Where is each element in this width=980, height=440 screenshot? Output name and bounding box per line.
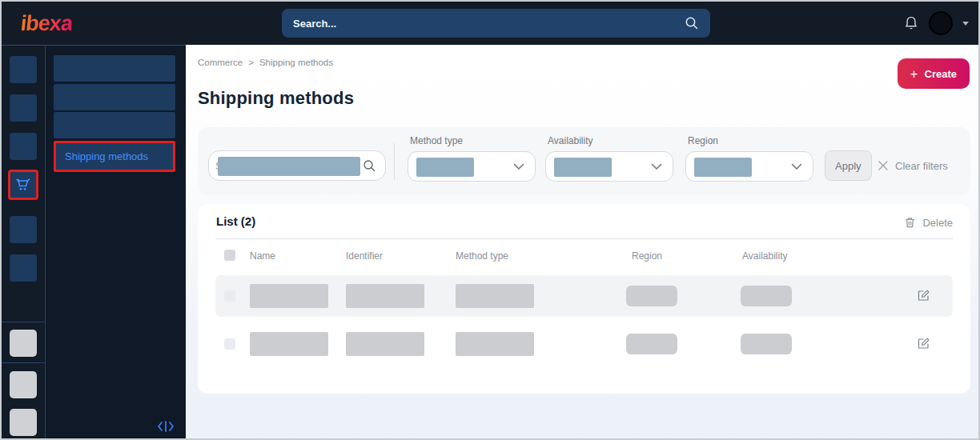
- filter-label: Method type: [410, 135, 536, 146]
- filter-group-method-type: Method type: [408, 135, 536, 182]
- table-row[interactable]: [215, 323, 953, 365]
- breadcrumb-commerce[interactable]: Commerce: [198, 58, 243, 67]
- filters-bar: S Method type: [198, 127, 970, 195]
- sidebar-item-5[interactable]: [10, 216, 37, 243]
- delete-button[interactable]: Delete: [904, 216, 953, 229]
- column-header-identifier: Identifier: [346, 250, 383, 262]
- global-search-input[interactable]: Search...: [282, 9, 710, 38]
- top-bar: ibexa Search...: [2, 2, 978, 45]
- page-title: Shipping methods: [198, 88, 970, 109]
- filter-label: Availability: [548, 135, 673, 146]
- region-cell-placeholder: [626, 286, 677, 306]
- global-search-placeholder: Search...: [293, 18, 336, 30]
- breadcrumb-shipping-methods: Shipping methods: [259, 58, 333, 67]
- filter-search-input[interactable]: S: [208, 150, 386, 181]
- trash-icon: [904, 216, 916, 229]
- create-button-label: Create: [925, 68, 957, 80]
- table-row[interactable]: [215, 275, 953, 317]
- apply-button[interactable]: Apply: [825, 150, 872, 181]
- sidebar-item-commerce[interactable]: [8, 170, 38, 200]
- chevron-down-icon: [651, 163, 662, 170]
- search-icon: [685, 16, 699, 30]
- table-header-row: Name Identifier Method type Region Avail…: [198, 249, 970, 263]
- sidebar-divider-2: [2, 362, 46, 363]
- sidebar-item-1[interactable]: [10, 56, 37, 83]
- column-header-region: Region: [632, 250, 662, 262]
- row-checkbox[interactable]: [224, 338, 235, 350]
- collapse-sidebar-icon[interactable]: [157, 421, 175, 432]
- chevron-down-icon: [513, 163, 524, 170]
- select-value-placeholder-block: [694, 158, 752, 177]
- availability-select[interactable]: [545, 151, 673, 182]
- availability-cell-placeholder: [741, 334, 792, 354]
- menu-item-1[interactable]: [54, 55, 175, 82]
- menu-item-label: Shipping methods: [65, 150, 148, 162]
- clear-filters-label: Clear filters: [895, 160, 948, 172]
- main-content: Commerce > Shipping methods + Create Shi…: [186, 45, 978, 438]
- sidebar-item-6[interactable]: [10, 254, 37, 282]
- filter-divider: [394, 143, 395, 180]
- search-value-placeholder-block: [218, 157, 360, 176]
- menu-item-shipping-methods[interactable]: Shipping methods: [54, 141, 175, 172]
- top-bar-right: [903, 11, 978, 35]
- avatar[interactable]: [929, 11, 953, 35]
- method-type-select[interactable]: [408, 151, 536, 182]
- sidebar-bottom-item-2[interactable]: [10, 371, 37, 398]
- filter-group-availability: Availability: [545, 135, 673, 182]
- availability-cell-placeholder: [741, 286, 792, 306]
- method-type-cell-placeholder: [456, 332, 534, 356]
- app-window: ibexa Search...: [0, 0, 980, 440]
- name-cell-placeholder: [250, 284, 328, 308]
- list-title: List (2): [216, 214, 255, 228]
- clear-filters-button[interactable]: Clear filters: [878, 150, 948, 181]
- menu-item-2[interactable]: [54, 84, 175, 110]
- select-all-checkbox[interactable]: [224, 250, 235, 261]
- bell-icon[interactable]: [903, 15, 919, 31]
- region-select[interactable]: [685, 151, 813, 182]
- region-cell-placeholder: [626, 334, 677, 354]
- sidebar-divider: [2, 322, 46, 322]
- identifier-cell-placeholder: [346, 284, 424, 308]
- column-header-method-type: Method type: [456, 250, 508, 262]
- delete-button-label: Delete: [922, 217, 953, 229]
- column-header-availability: Availability: [742, 250, 787, 262]
- secondary-sidebar: Shipping methods: [46, 45, 186, 438]
- breadcrumb-separator: >: [248, 58, 254, 67]
- caret-down-icon[interactable]: [962, 22, 969, 26]
- sidebar-item-3[interactable]: [10, 133, 37, 160]
- column-header-name: Name: [250, 250, 275, 262]
- edit-icon[interactable]: [917, 337, 930, 350]
- close-icon: [878, 160, 889, 171]
- chevron-down-icon: [791, 163, 802, 170]
- name-cell-placeholder: [250, 332, 328, 356]
- shopping-cart-icon: [14, 176, 32, 194]
- breadcrumb: Commerce > Shipping methods: [198, 58, 970, 67]
- row-checkbox[interactable]: [224, 290, 235, 302]
- filter-label: Region: [688, 135, 813, 146]
- identifier-cell-placeholder: [346, 332, 424, 356]
- menu-item-3[interactable]: [54, 112, 175, 138]
- search-icon: [363, 159, 376, 173]
- shipping-methods-list-card: List (2) Delete Name Identifier Method t…: [198, 204, 970, 394]
- sidebar-bottom-item-3[interactable]: [10, 409, 37, 436]
- list-divider: [216, 238, 953, 239]
- method-type-cell-placeholder: [456, 284, 534, 308]
- filter-group-region: Region: [685, 135, 813, 182]
- create-button[interactable]: + Create: [898, 58, 970, 89]
- edit-icon[interactable]: [917, 289, 930, 302]
- sidebar-item-2[interactable]: [10, 94, 37, 122]
- ibexa-logo: ibexa: [19, 11, 73, 36]
- primary-sidebar: [2, 45, 46, 438]
- plus-icon: +: [910, 67, 918, 81]
- select-value-placeholder-block: [416, 158, 474, 177]
- sidebar-bottom-item-1[interactable]: [10, 330, 37, 357]
- select-value-placeholder-block: [554, 158, 612, 177]
